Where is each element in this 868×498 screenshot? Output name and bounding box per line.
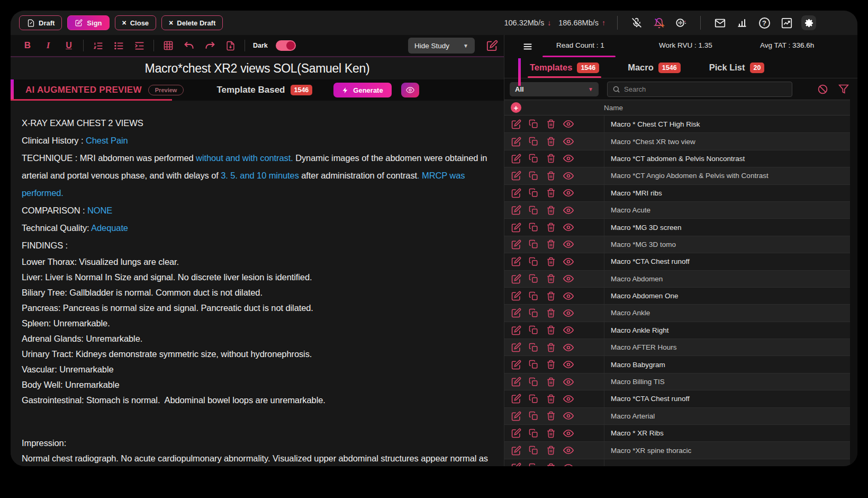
indent-button[interactable] bbox=[133, 39, 146, 52]
edit-icon[interactable] bbox=[511, 256, 521, 267]
view-icon[interactable] bbox=[563, 428, 574, 439]
edit-icon[interactable] bbox=[511, 325, 521, 335]
hide-study-dropdown[interactable]: Hide Study ▼ bbox=[408, 38, 475, 54]
delete-icon[interactable] bbox=[546, 239, 556, 250]
generate-button[interactable]: Generate bbox=[333, 83, 391, 97]
edit-icon[interactable] bbox=[511, 411, 521, 421]
table-row[interactable]: Macro Ankle bbox=[504, 304, 850, 321]
table-row[interactable]: Macro *CTA Chest runoff bbox=[504, 253, 850, 270]
view-icon[interactable] bbox=[563, 377, 574, 387]
copy-icon[interactable] bbox=[528, 377, 539, 387]
copy-icon[interactable] bbox=[528, 205, 539, 216]
edit-icon[interactable] bbox=[511, 205, 521, 216]
copy-icon[interactable] bbox=[528, 153, 539, 164]
copy-icon[interactable] bbox=[528, 463, 539, 467]
view-icon[interactable] bbox=[563, 136, 574, 147]
edit-icon[interactable] bbox=[511, 428, 521, 439]
view-icon[interactable] bbox=[563, 342, 574, 353]
delete-icon[interactable] bbox=[546, 342, 556, 353]
sign-button[interactable]: Sign bbox=[67, 15, 109, 30]
edit-icon[interactable] bbox=[511, 445, 521, 456]
tab-templates[interactable]: Templates 1546 bbox=[530, 57, 599, 78]
delete-icon[interactable] bbox=[546, 171, 556, 181]
mail-icon[interactable] bbox=[712, 15, 727, 30]
view-icon[interactable] bbox=[563, 171, 574, 181]
table-row[interactable]: Macro *XR spine thoracic bbox=[504, 441, 850, 458]
edit-icon[interactable] bbox=[511, 119, 521, 129]
delete-icon[interactable] bbox=[546, 205, 556, 216]
delete-icon[interactable] bbox=[546, 153, 556, 164]
table-row[interactable]: Macro * Chest CT High Risk bbox=[504, 115, 850, 132]
edit-icon[interactable] bbox=[511, 359, 521, 370]
table-row[interactable]: Macro Abdomen One bbox=[504, 287, 850, 304]
trending-icon[interactable] bbox=[779, 15, 794, 30]
tab-macro[interactable]: Macro 1546 bbox=[628, 57, 680, 78]
delete-icon[interactable] bbox=[546, 256, 556, 267]
view-icon[interactable] bbox=[563, 411, 574, 421]
edit-icon[interactable] bbox=[511, 377, 521, 387]
table-row[interactable]: Macro *MRI ribs bbox=[504, 184, 850, 201]
view-icon[interactable] bbox=[563, 325, 574, 335]
delete-icon[interactable] bbox=[546, 188, 556, 198]
view-icon[interactable] bbox=[563, 205, 574, 216]
notifications-off-icon[interactable] bbox=[652, 15, 666, 30]
avg-tat-stat[interactable]: Avg TAT : 336.6h bbox=[760, 41, 814, 49]
edit-icon[interactable] bbox=[511, 188, 521, 198]
table-row[interactable]: Macro Abdomen bbox=[504, 270, 850, 287]
dark-mode-toggle[interactable] bbox=[276, 40, 296, 51]
table-row[interactable] bbox=[504, 459, 850, 466]
search-input[interactable] bbox=[624, 85, 787, 93]
edit-icon[interactable] bbox=[511, 342, 521, 353]
copy-icon[interactable] bbox=[528, 394, 539, 404]
view-icon[interactable] bbox=[563, 359, 574, 370]
edit-icon[interactable] bbox=[511, 171, 521, 181]
table-row[interactable]: Macro Babygram bbox=[504, 355, 850, 372]
tab-pick-list[interactable]: Pick List 20 bbox=[709, 57, 765, 78]
copy-icon[interactable] bbox=[528, 188, 539, 198]
mic-off-icon[interactable] bbox=[629, 15, 644, 30]
view-icon[interactable] bbox=[563, 239, 574, 250]
view-icon[interactable] bbox=[563, 188, 574, 198]
table-row[interactable]: Macro *CT Angio Abdomen & Pelvis with Co… bbox=[504, 167, 850, 184]
table-row[interactable]: Macro Arterial bbox=[504, 407, 850, 424]
table-row[interactable]: Macro *MG 3D tomo bbox=[504, 236, 850, 253]
underline-button[interactable]: U bbox=[62, 39, 75, 52]
table-row[interactable]: Macro AFTER Hours bbox=[504, 339, 850, 355]
undo-button[interactable] bbox=[183, 39, 195, 52]
delete-icon[interactable] bbox=[546, 445, 556, 456]
delete-icon[interactable] bbox=[546, 308, 556, 318]
copy-icon[interactable] bbox=[528, 359, 539, 370]
delete-icon[interactable] bbox=[546, 411, 556, 421]
table-row[interactable]: Macro *Chest XR two view bbox=[504, 132, 850, 149]
delete-icon[interactable] bbox=[546, 273, 556, 284]
delete-icon[interactable] bbox=[546, 463, 556, 467]
copy-icon[interactable] bbox=[528, 273, 539, 284]
copy-icon[interactable] bbox=[528, 136, 539, 147]
voice-activity-icon[interactable] bbox=[674, 15, 689, 30]
edit-icon[interactable] bbox=[511, 239, 521, 250]
delete-icon[interactable] bbox=[546, 291, 556, 301]
edit-icon[interactable] bbox=[511, 394, 521, 404]
delete-icon[interactable] bbox=[546, 428, 556, 439]
copy-icon[interactable] bbox=[528, 445, 539, 456]
draft-button[interactable]: Draft bbox=[19, 15, 62, 30]
copy-icon[interactable] bbox=[528, 119, 539, 129]
copy-icon[interactable] bbox=[528, 171, 539, 181]
save-file-button[interactable] bbox=[224, 39, 237, 52]
delete-icon[interactable] bbox=[546, 377, 556, 387]
bold-button[interactable]: B bbox=[21, 39, 34, 52]
italic-button[interactable]: I bbox=[42, 39, 55, 52]
copy-icon[interactable] bbox=[528, 256, 539, 267]
redo-button[interactable] bbox=[203, 39, 216, 52]
copy-icon[interactable] bbox=[528, 291, 539, 301]
copy-icon[interactable] bbox=[528, 342, 539, 353]
edit-icon[interactable] bbox=[511, 273, 521, 284]
read-count-stat[interactable]: Read Count : 1 bbox=[556, 41, 604, 49]
delete-icon[interactable] bbox=[546, 359, 556, 370]
work-rvu-stat[interactable]: Work RVU : 1.35 bbox=[659, 41, 712, 49]
delete-draft-button[interactable]: × Delete Draft bbox=[161, 15, 223, 30]
table-row[interactable]: Macro Billing TIS bbox=[504, 373, 850, 390]
copy-icon[interactable] bbox=[528, 308, 539, 318]
preview-eye-button[interactable] bbox=[401, 83, 419, 97]
edit-icon[interactable] bbox=[511, 136, 521, 147]
